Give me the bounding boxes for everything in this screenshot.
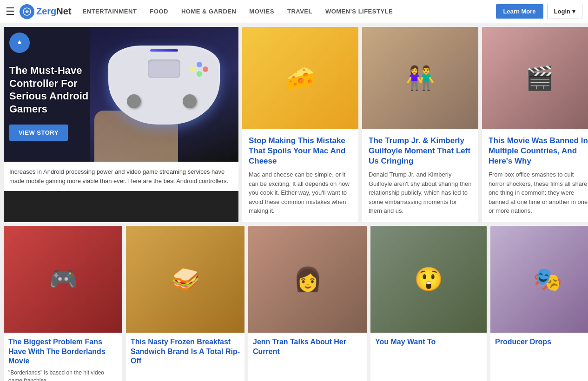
article-image-producer: 🎭 (490, 226, 588, 333)
nav-movies[interactable]: MOVIES (249, 8, 274, 15)
article-body-jenn: Jenn Tran Talks About Her Current (248, 333, 367, 364)
featured-cta-container: VIEW STORY (9, 125, 68, 141)
article-excerpt-trump: Donald Trump Jr. and Kimberly Guilfoyle … (369, 170, 472, 216)
article-title-youmay: You May Want To (375, 337, 482, 347)
login-label: Login (554, 8, 570, 15)
nav-home-garden[interactable]: HOME & GARDEN (181, 8, 236, 15)
learn-more-button[interactable]: Learn More (496, 4, 543, 19)
featured-description: Increases in Android processing power an… (4, 162, 238, 191)
article-body-trump: The Trump Jr. & Kimberly Guilfoyle Momen… (362, 129, 478, 222)
main-nav: ENTERTAINMENT FOOD HOME & GARDEN MOVIES … (83, 8, 496, 15)
article-title-banned-movie: This Movie Was Banned In Multiple Countr… (489, 136, 588, 166)
login-chevron-icon: ▾ (572, 8, 575, 15)
article-card-banned-movie[interactable]: 🎬 This Movie Was Banned In Multiple Coun… (482, 27, 588, 222)
view-story-button[interactable]: VIEW STORY (9, 125, 68, 141)
nav-travel[interactable]: TRAVEL (287, 8, 312, 15)
article-excerpt-mac-cheese: Mac and cheese can be simple, or it can … (249, 170, 352, 216)
article-title-jenn: Jenn Tran Talks About Her Current (253, 337, 362, 357)
article-title-borderlands: The Biggest Problem Fans Have With The B… (8, 337, 118, 366)
featured-card-image: The Must-Have Controller For Serious And… (4, 27, 238, 162)
article-body-producer: Producer Drops (490, 333, 588, 355)
article-card-jenn[interactable]: 👩 Jenn Tran Talks About Her Current (248, 226, 367, 381)
article-card-youmay[interactable]: 😲 You May Want To (370, 226, 487, 381)
article-card-trump[interactable]: 👫 The Trump Jr. & Kimberly Guilfoyle Mom… (362, 27, 478, 222)
article-body-borderlands: The Biggest Problem Fans Have With The B… (4, 333, 122, 381)
article-image-trump: 👫 (362, 27, 478, 129)
article-body-sandwich: This Nasty Frozen Breakfast Sandwich Bra… (126, 333, 244, 374)
article-image-jenn: 👩 (248, 226, 367, 333)
featured-ad-card[interactable]: The Must-Have Controller For Serious And… (4, 27, 238, 222)
article-image-borderlands: 🎮 (4, 226, 122, 333)
nav-entertainment[interactable]: ENTERTAINMENT (83, 8, 137, 15)
header-actions: Learn More Login ▾ (496, 4, 582, 19)
article-card-mac-cheese[interactable]: 🧀 Stop Making This Mistake That Spoils Y… (242, 27, 358, 222)
article-card-sandwich[interactable]: 🥪 This Nasty Frozen Breakfast Sandwich B… (126, 226, 244, 381)
site-header: ☰ ZergNet ENTERTAINMENT FOOD HOME & GARD… (0, 0, 588, 23)
nav-womens-lifestyle[interactable]: WOMEN'S LIFESTYLE (325, 8, 393, 15)
article-title-mac-cheese: Stop Making This Mistake That Spoils You… (249, 136, 352, 166)
bottom-articles-grid: 🎮 The Biggest Problem Fans Have With The… (4, 226, 588, 381)
article-excerpt-banned-movie: From box office smashes to cult horror s… (489, 170, 588, 216)
article-body-youmay: You May Want To (370, 333, 487, 355)
nav-food[interactable]: FOOD (150, 8, 168, 15)
article-title-trump: The Trump Jr. & Kimberly Guilfoyle Momen… (369, 136, 472, 166)
article-card-borderlands[interactable]: 🎮 The Biggest Problem Fans Have With The… (4, 226, 122, 381)
svg-point-2 (19, 40, 20, 42)
article-title-producer: Producer Drops (495, 337, 588, 347)
article-title-sandwich: This Nasty Frozen Breakfast Sandwich Bra… (131, 337, 240, 366)
hamburger-menu[interactable]: ☰ (6, 6, 15, 18)
featured-badge-icon (9, 33, 30, 53)
main-content: The Must-Have Controller For Serious And… (0, 23, 588, 381)
featured-title: The Must-Have Controller For Serious And… (9, 64, 100, 115)
controller-image (90, 27, 238, 162)
login-button[interactable]: Login ▾ (547, 4, 582, 19)
logo-text: ZergNet (36, 6, 72, 17)
article-excerpt-borderlands: "Borderlands" is based on the hit video … (8, 369, 118, 381)
article-image-sandwich: 🥪 (126, 226, 244, 333)
article-body-mac-cheese: Stop Making This Mistake That Spoils You… (242, 129, 358, 222)
article-image-banned-movie: 🎬 (482, 27, 588, 129)
article-card-producer[interactable]: 🎭 Producer Drops (490, 226, 588, 381)
article-image-youmay: 😲 (370, 226, 487, 333)
site-logo[interactable]: ZergNet (20, 4, 72, 19)
article-image-mac-cheese: 🧀 (242, 27, 358, 129)
logo-icon (20, 4, 34, 19)
article-body-banned-movie: This Movie Was Banned In Multiple Countr… (482, 129, 588, 222)
